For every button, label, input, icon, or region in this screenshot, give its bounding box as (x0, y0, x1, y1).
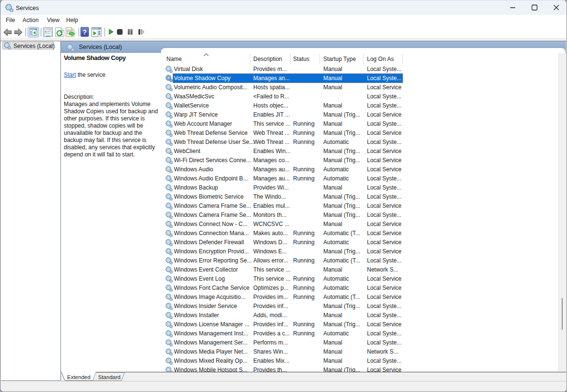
svg-text:?: ? (83, 28, 87, 36)
